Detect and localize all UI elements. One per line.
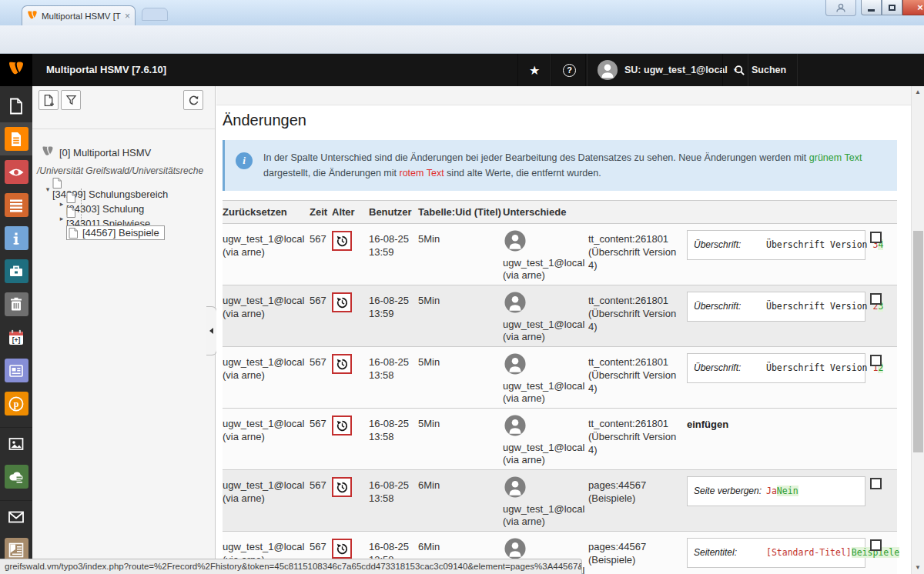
scroll-up-arrow[interactable]: ▲ <box>912 86 924 98</box>
row-checkbox[interactable] <box>870 355 882 366</box>
avatar-icon <box>503 429 526 441</box>
person-icon <box>835 3 846 12</box>
help-button[interactable]: ? <box>551 54 588 86</box>
rollback-history-button[interactable] <box>332 354 352 374</box>
module-item-page[interactable] <box>0 89 32 122</box>
editor-name: ugw_test_1@local <box>503 319 585 331</box>
editor-cell: ugw_test_1@local(via arne) <box>503 347 588 408</box>
tab-close-icon[interactable]: × <box>125 12 130 21</box>
module-item-list[interactable] <box>0 122 32 155</box>
record-uid: 567 <box>310 295 326 306</box>
scrollbar-thumb[interactable] <box>913 231 923 452</box>
record-id: tt_content:261801 <box>588 232 684 245</box>
editor-via: (via arne) <box>503 392 585 405</box>
table-row: ugw_test_1@local(via arne)56716-08-2513:… <box>223 470 897 532</box>
maximize-button[interactable] <box>882 0 902 15</box>
trash-icon <box>5 292 28 316</box>
filter-button[interactable] <box>61 90 81 110</box>
rollback-user-via: (via arne) <box>223 307 306 320</box>
diff-value: Überschrift Version 12 <box>766 362 883 375</box>
caret-expanded-icon[interactable]: ▾ <box>43 185 52 193</box>
close-button[interactable]: × <box>902 0 924 15</box>
caret-collapsed-icon[interactable]: ▸ <box>57 200 66 208</box>
record-uid: 567 <box>310 541 326 552</box>
info-icon <box>5 226 28 250</box>
column-header: Benutzer <box>369 201 418 223</box>
module-item-filelist[interactable] <box>0 427 32 460</box>
refresh-button[interactable] <box>183 90 203 110</box>
history-table: ZurücksetzenZeitAlterBenutzerTabelle:Uid… <box>223 200 897 574</box>
tree-node-label: [44567] Beispiele <box>82 227 159 239</box>
table-row: ugw_test_1@local(via arne)56716-08-2513:… <box>223 224 897 285</box>
module-item-mail[interactable] <box>0 500 32 533</box>
diff-field-label: Überschrift: <box>694 239 766 252</box>
search-button[interactable]: Suchen <box>722 54 798 86</box>
profile-button[interactable] <box>825 0 856 16</box>
record-title: (Überschrift Version 4) <box>588 245 684 272</box>
module-item-records[interactable] <box>0 189 32 222</box>
rollback-user-via: (via arne) <box>223 492 306 505</box>
minimize-button[interactable] <box>861 0 882 15</box>
rollback-history-button[interactable] <box>332 539 352 559</box>
typo3-topbar: Multiportal HSMV [7.6.10] ★ ? SU: ugw_te… <box>0 54 924 86</box>
tree-root-node[interactable]: [0] Multiportal HSMV <box>42 146 151 159</box>
row-checkbox[interactable] <box>870 232 882 243</box>
editor-cell: ugw_test_1@local(via arne) <box>503 224 588 285</box>
info-text-segment: dargestellt, die Änderungen mit <box>263 168 400 179</box>
collapse-arrow-icon <box>209 328 213 334</box>
calendar-icon: [+] <box>5 325 28 349</box>
rollback-cell <box>332 285 369 346</box>
scroll-down-arrow[interactable]: ▼ <box>912 562 924 574</box>
module-item-functions[interactable] <box>0 255 32 288</box>
new-value: Nein <box>777 486 798 496</box>
rollback-history-button[interactable] <box>332 415 352 436</box>
tree-node[interactable]: ▸[34301] Spielwiese <box>32 211 216 225</box>
editor-cell: ugw_test_1@local(via arne) <box>503 285 588 346</box>
row-checkbox[interactable] <box>870 293 882 305</box>
record-title: (Beispiele) <box>588 553 684 566</box>
datetime-cell: 16-08-2513:58 <box>369 470 418 531</box>
datetime-cell: 16-08-2513:58 <box>369 409 418 469</box>
module-item-view[interactable] <box>0 155 32 189</box>
column-header-empty <box>588 201 687 223</box>
toolbox-icon <box>5 259 28 283</box>
diff-value: JaNein <box>766 485 798 498</box>
module-item-media[interactable] <box>0 460 32 493</box>
rollback-user: ugw_test_1@local <box>223 479 306 492</box>
help-icon: ? <box>563 64 576 77</box>
new-tab-button[interactable] <box>142 8 168 21</box>
row-checkbox[interactable] <box>870 539 882 551</box>
tree-collapse-handle[interactable] <box>206 306 217 355</box>
new-page-button[interactable] <box>38 90 59 110</box>
rollback-user: ugw_test_1@local <box>223 355 306 369</box>
tab-title: Multiportal HSMV [TYPO3 <box>42 12 121 21</box>
rollback-history-button[interactable] <box>332 292 352 312</box>
module-item-calendar[interactable]: [+] <box>0 321 32 354</box>
avatar-icon <box>503 306 526 318</box>
bookmarks-button[interactable]: ★ <box>517 54 551 86</box>
page-tree-panel: [0] Multiportal HSMV /Universität Greifs… <box>32 86 216 574</box>
module-item-news[interactable] <box>0 354 32 387</box>
module-item-recycler[interactable] <box>0 288 32 321</box>
change-date: 16-08-25 <box>369 232 415 245</box>
typo3-logo[interactable] <box>0 54 32 86</box>
browser-tab[interactable]: Multiportal HSMV [TYPO3 × <box>22 5 136 25</box>
module-item-powermail[interactable]: p <box>0 387 32 420</box>
caret-collapsed-icon[interactable]: ▸ <box>57 215 66 222</box>
row-checkbox[interactable] <box>870 478 882 489</box>
rollback-user: ugw_test_1@local <box>223 540 306 553</box>
page-icon <box>66 207 146 218</box>
docheader <box>216 86 911 105</box>
rollback-history-button[interactable] <box>332 231 352 251</box>
change-time: 13:59 <box>369 245 415 259</box>
age-cell: 5Min <box>418 347 503 408</box>
page-icon <box>69 228 79 239</box>
tree-node[interactable]: [44567] Beispiele <box>32 225 216 240</box>
record-id: tt_content:261801 <box>588 355 684 369</box>
rollback-history-button[interactable] <box>332 477 352 497</box>
module-item-info[interactable] <box>0 222 32 255</box>
uid-cell: 567 <box>310 470 332 531</box>
table-row: ugw_test_1@local(via arne)56716-08-2513:… <box>223 347 897 409</box>
diff-box: Seitentitel:[Standard-Titel]Beispiele <box>687 538 865 568</box>
tree-root-label: [0] Multiportal HSMV <box>59 147 151 159</box>
